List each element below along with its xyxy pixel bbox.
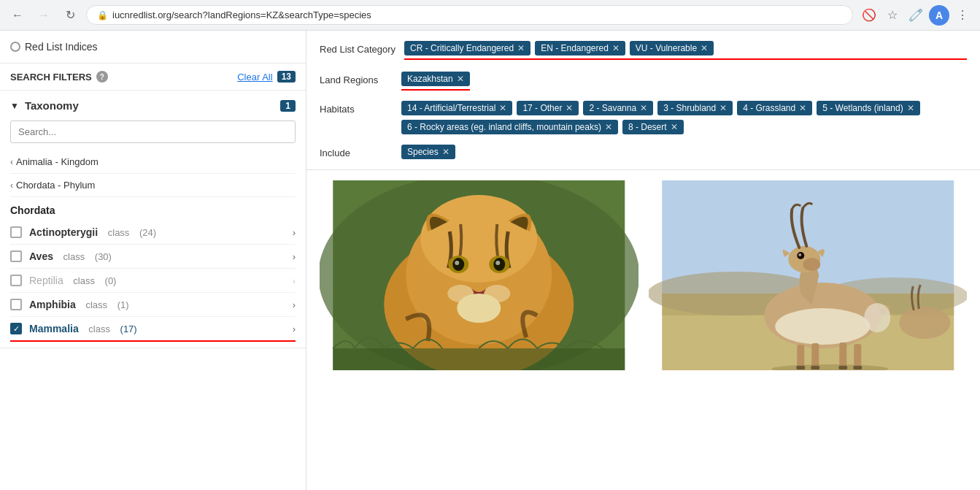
extensions-icon[interactable]: 🧷 (906, 5, 926, 26)
expand-icon: ▼ (10, 101, 19, 111)
nav-item-chordata[interactable]: ‹ Chordata - Phylum (10, 174, 296, 197)
eye-slash-icon[interactable]: 🚫 (859, 5, 879, 26)
svg-point-36 (899, 307, 950, 339)
land-regions-tags: Kazakhstan ✕ (401, 72, 470, 86)
class-type-reptilia: class (71, 275, 95, 286)
class-item-amphibia[interactable]: Amphibia class (1) › (10, 293, 296, 317)
chevron-right-amphibia: › (293, 299, 296, 310)
tag-rocky-text: 6 - Rocky areas (eg. inland cliffs, moun… (407, 122, 601, 132)
tag-grassland[interactable]: 4 - Grassland ✕ (737, 101, 812, 115)
forward-button[interactable]: → (34, 5, 54, 26)
tag-savanna-remove[interactable]: ✕ (640, 103, 647, 113)
svg-point-4 (420, 195, 537, 283)
tag-cr-remove[interactable]: ✕ (517, 43, 525, 53)
tag-en[interactable]: EN - Endangered ✕ (535, 41, 625, 55)
tag-en-remove[interactable]: ✕ (612, 43, 620, 53)
taxonomy-count-badge: 1 (280, 100, 296, 112)
tag-vu-remove[interactable]: ✕ (701, 43, 708, 53)
include-tags: Species ✕ (401, 145, 967, 159)
chordata-section-title: Chordata (10, 197, 296, 221)
filter-row-land-regions: Land Regions Kazakhstan ✕ (320, 72, 967, 91)
clear-all-button[interactable]: Clear All (237, 72, 272, 83)
checkbox-mammalia[interactable] (10, 323, 22, 334)
tag-shrubland[interactable]: 3 - Shrubland ✕ (657, 101, 733, 115)
checkbox-actinopterygii[interactable] (10, 226, 22, 238)
chevron-left-icon: ‹ (10, 157, 13, 167)
svg-rect-28 (839, 342, 846, 368)
checkbox-reptilia (10, 275, 22, 286)
tag-cr-text: CR - Critically Endangered (410, 43, 514, 53)
land-regions-label: Land Regions (320, 72, 393, 85)
tag-species-remove[interactable]: ✕ (442, 147, 450, 157)
svg-rect-27 (811, 343, 819, 368)
tag-desert[interactable]: 8 - Desert ✕ (622, 120, 684, 134)
class-count-reptilia: (0) (102, 275, 117, 286)
tag-grassland-remove[interactable]: ✕ (799, 103, 806, 113)
nav-animalia-label: Animalia - Kingdom (16, 156, 99, 167)
tag-rocky-remove[interactable]: ✕ (605, 122, 612, 132)
tag-shrubland-remove[interactable]: ✕ (719, 103, 727, 113)
class-item-mammalia[interactable]: Mammalia class (17) › (10, 317, 296, 342)
browser-action-icons: 🚫 ☆ 🧷 A ⋮ (859, 5, 973, 26)
tag-species[interactable]: Species ✕ (401, 145, 455, 159)
tag-kazakhstan-remove[interactable]: ✕ (457, 74, 464, 84)
class-name-reptilia: Reptilia (29, 275, 63, 286)
tag-savanna[interactable]: 2 - Savanna ✕ (583, 101, 653, 115)
menu-icon[interactable]: ⋮ (952, 5, 973, 26)
tag-desert-remove[interactable]: ✕ (671, 122, 678, 132)
class-type-aves: class (61, 251, 85, 262)
species-card-antelope[interactable] (649, 180, 968, 370)
tag-desert-text: 8 - Desert (628, 122, 667, 132)
tag-artificial[interactable]: 14 - Artificial/Terrestrial ✕ (401, 101, 512, 115)
address-bar[interactable]: 🔒 iucnredlist.org/search?landRegions=KZ&… (86, 5, 853, 25)
class-item-actinopterygii[interactable]: Actinopterygii class (24) › (10, 221, 296, 245)
tag-wetlands-text: 5 - Wetlands (inland) (822, 103, 903, 113)
class-count-mammalia: (17) (117, 324, 137, 334)
tag-wetlands[interactable]: 5 - Wetlands (inland) ✕ (817, 101, 920, 115)
tag-artificial-text: 14 - Artificial/Terrestrial (407, 103, 495, 113)
tag-savanna-text: 2 - Savanna (589, 103, 636, 113)
class-name-amphibia: Amphibia (29, 299, 76, 310)
content-area: Red List Category CR - Critically Endang… (306, 31, 980, 490)
tag-other[interactable]: 17 - Other ✕ (517, 101, 579, 115)
tag-rocky[interactable]: 6 - Rocky areas (eg. inland cliffs, moun… (401, 120, 618, 134)
back-button[interactable]: ← (7, 5, 28, 26)
species-card-tiger[interactable] (320, 180, 638, 370)
land-regions-tags-container: Kazakhstan ✕ (401, 72, 967, 91)
tag-artificial-remove[interactable]: ✕ (499, 103, 506, 113)
filter-row-include: Include Species ✕ (320, 145, 967, 159)
red-list-indices-label: Red List Indices (25, 41, 98, 53)
tag-other-remove[interactable]: ✕ (566, 103, 573, 113)
checkbox-amphibia[interactable] (10, 299, 22, 310)
class-type-mammalia: class (86, 324, 110, 334)
svg-point-34 (864, 303, 890, 332)
red-list-indices-item[interactable]: Red List Indices (10, 37, 296, 57)
tiger-svg (320, 180, 638, 370)
avatar[interactable]: A (929, 5, 949, 26)
chevron-left-icon-2: ‹ (10, 180, 13, 191)
tag-cr[interactable]: CR - Critically Endangered ✕ (404, 41, 530, 55)
svg-point-13 (457, 294, 501, 323)
taxonomy-search-input[interactable] (10, 120, 296, 143)
tag-kazakhstan[interactable]: Kazakhstan ✕ (401, 72, 470, 86)
taxonomy-header[interactable]: ▼ Taxonomy 1 (10, 96, 296, 115)
taxonomy-label: Taxonomy (25, 99, 79, 112)
tag-species-text: Species (407, 147, 439, 157)
clear-all-container: Clear All 13 (237, 71, 296, 83)
tag-wetlands-remove[interactable]: ✕ (907, 103, 914, 113)
svg-point-10 (495, 261, 500, 265)
nav-item-animalia[interactable]: ‹ Animalia - Kingdom (10, 150, 296, 174)
tag-vu[interactable]: VU - Vulnerable ✕ (630, 41, 714, 55)
checkbox-aves[interactable] (10, 250, 22, 262)
sidebar-top: Red List Indices (0, 31, 306, 64)
tag-kazakhstan-text: Kazakhstan (407, 74, 453, 84)
help-icon[interactable]: ? (96, 71, 108, 83)
include-label: Include (320, 145, 393, 158)
refresh-button[interactable]: ↻ (60, 5, 80, 26)
main-container: Red List Indices SEARCH FILTERS ? Clear … (0, 31, 980, 490)
star-icon[interactable]: ☆ (882, 5, 903, 26)
class-item-aves[interactable]: Aves class (30) › (10, 245, 296, 269)
class-name-aves: Aves (29, 250, 53, 262)
svg-rect-26 (797, 345, 804, 368)
filter-row-red-list: Red List Category CR - Critically Endang… (320, 41, 967, 61)
